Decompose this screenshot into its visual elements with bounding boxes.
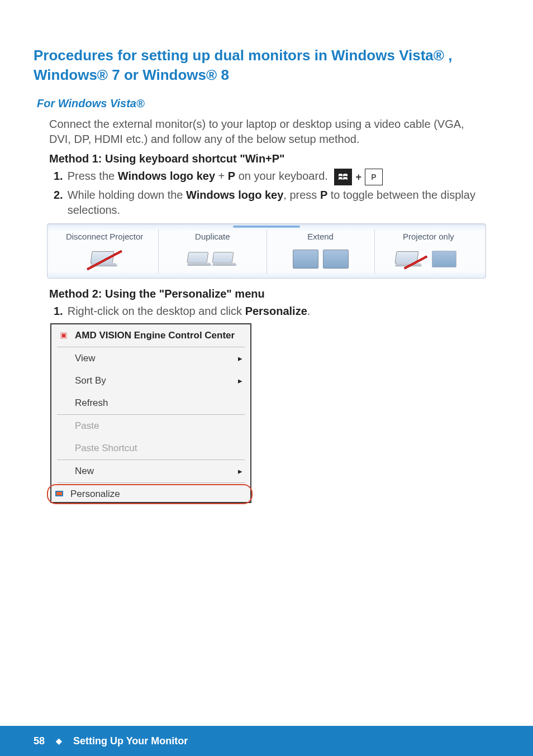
text: , press <box>283 189 320 201</box>
disconnect-projector-icon <box>53 246 156 272</box>
method2-step1: 1. Right-click on the desktop and click … <box>54 304 488 319</box>
windows-logo-key-text: Windows logo key <box>118 170 215 182</box>
projector-label: Projector only <box>377 232 480 241</box>
text: While holding down the <box>68 189 186 201</box>
diamond-icon: ◆ <box>56 736 62 745</box>
duplicate-icon <box>161 246 264 272</box>
method1-step1: 1. Press the Windows logo key + P on you… <box>54 169 488 185</box>
menu-item-view[interactable]: View ▸ <box>51 347 250 370</box>
text: on your keyboard. <box>235 170 328 182</box>
svg-rect-3 <box>56 492 62 495</box>
projector-option-projector-only[interactable]: Projector only <box>374 229 482 274</box>
step-number: 1. <box>54 169 63 184</box>
projector-option-extend[interactable]: Extend <box>266 229 374 274</box>
extend-icon <box>269 246 372 272</box>
projector-label: Extend <box>269 232 372 241</box>
submenu-arrow-icon: ▸ <box>238 466 242 476</box>
p-key-text: P <box>228 170 235 182</box>
page-footer: 58 ◆ Setting Up Your Monitor <box>0 726 533 756</box>
menu-item-amd-control-center[interactable]: AMD VISION Engine Control Center <box>51 324 250 347</box>
method1-step2: 2. While holding down the Windows logo k… <box>54 188 488 218</box>
menu-label: AMD VISION Engine Control Center <box>75 330 235 341</box>
submenu-arrow-icon: ▸ <box>238 353 242 363</box>
menu-label: Sort By <box>75 375 106 386</box>
intro-text: Connect the external monitor(s) to your … <box>49 117 488 147</box>
projector-label: Duplicate <box>161 232 264 241</box>
amd-icon <box>57 331 70 340</box>
text: + <box>215 170 228 182</box>
windows-key-icon <box>334 169 352 185</box>
plus-icon: + <box>355 170 361 184</box>
menu-item-paste: Paste <box>51 415 250 437</box>
method2-heading: Method 2: Using the "Personalize" menu <box>49 288 488 300</box>
sub-heading-vista: For Windows Vista® <box>37 97 499 110</box>
p-key-text: P <box>320 189 327 201</box>
page-number: 58 <box>34 735 45 747</box>
projector-label: Disconnect Projector <box>53 232 156 241</box>
main-heading: Procedures for setting up dual monitors … <box>34 46 499 85</box>
menu-label: View <box>75 353 96 364</box>
menu-item-paste-shortcut: Paste Shortcut <box>51 437 250 460</box>
projector-mode-panel: Disconnect Projector Duplicate Extend Pr… <box>47 223 486 279</box>
step-body: Right-click on the desktop and click Per… <box>68 304 488 319</box>
menu-label: Personalize <box>70 489 120 500</box>
footer-section-title: Setting Up Your Monitor <box>73 735 188 747</box>
projector-option-disconnect[interactable]: Disconnect Projector <box>51 229 158 274</box>
text: Right-click on the desktop and click <box>68 305 245 317</box>
menu-item-sort-by[interactable]: Sort By ▸ <box>51 370 250 392</box>
p-key-icon: P <box>365 169 383 185</box>
menu-item-new[interactable]: New ▸ <box>51 460 250 482</box>
menu-label: Refresh <box>75 398 108 409</box>
menu-label: New <box>75 466 94 477</box>
step-body: While holding down the Windows logo key,… <box>68 188 488 218</box>
menu-item-personalize[interactable]: Personalize <box>47 484 253 504</box>
projector-only-icon <box>377 246 480 272</box>
win-plus-p-graphic: + P <box>334 169 383 185</box>
submenu-arrow-icon: ▸ <box>238 376 242 386</box>
personalize-text: Personalize <box>245 305 307 317</box>
step-number: 1. <box>54 304 63 319</box>
menu-item-refresh[interactable]: Refresh <box>51 392 250 414</box>
step-number: 2. <box>54 188 63 203</box>
menu-separator <box>57 482 245 483</box>
text: Press the <box>68 170 118 182</box>
text: . <box>307 305 311 317</box>
menu-label: Paste Shortcut <box>75 443 137 454</box>
menu-label: Paste <box>75 420 99 432</box>
projector-option-duplicate[interactable]: Duplicate <box>158 229 266 274</box>
personalize-icon <box>53 490 66 499</box>
desktop-context-menu: AMD VISION Engine Control Center View ▸ … <box>50 323 251 503</box>
step-body: Press the Windows logo key + P on your k… <box>68 169 488 185</box>
svg-rect-1 <box>62 334 65 337</box>
windows-logo-key-text: Windows logo key <box>186 189 283 201</box>
method1-heading: Method 1: Using keyboard shortcut "Win+P… <box>49 152 488 165</box>
